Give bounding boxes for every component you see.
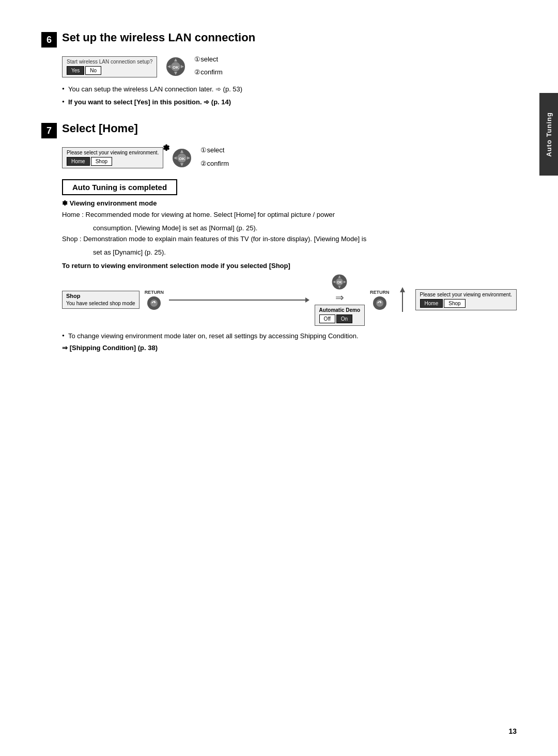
lan-dialog-buttons: Yes No: [67, 66, 152, 75]
arrow-down-1: ⇒: [335, 292, 344, 303]
arrow-right-1: [169, 297, 309, 303]
section-6: 6 Set up the wireless LAN connection Sta…: [41, 31, 517, 107]
lan-bullet1: You can setup the wireless LAN connectio…: [62, 84, 517, 95]
svg-text:OK: OK: [179, 156, 185, 161]
viewing-dialog-2: Please select your viewing environment. …: [415, 289, 517, 310]
viewing-dialog-2-buttons: Home Shop: [420, 299, 512, 308]
return-button-1: RETURN: [145, 290, 164, 310]
shop-desc-1: Shop : Demonstration mode to explain mai…: [62, 233, 517, 244]
shop-panel-text: You have selected shop mode: [66, 300, 135, 307]
svg-text:OK: OK: [337, 280, 343, 284]
shipping-link: [Shipping Condition] (p. 38): [62, 344, 517, 352]
step-labels-7: ①select ②confirm: [200, 145, 229, 171]
change-env-bullet: To change viewing environment mode later…: [62, 331, 517, 342]
step2-label-6: ②confirm: [194, 67, 223, 77]
lan-bullet2: If you want to select [Yes] in this posi…: [62, 97, 517, 108]
viewing-dialog: Please select your viewing environment. …: [62, 147, 163, 168]
return-flow-diagram: Shop You have selected shop mode RETURN: [62, 274, 517, 326]
svg-point-24: [376, 300, 383, 307]
section-6-header: 6 Set up the wireless LAN connection: [41, 31, 517, 48]
arrow-up-svg: [395, 287, 410, 313]
lan-no-button[interactable]: No: [85, 66, 101, 75]
viewing-mode-title: Viewing environment mode: [62, 199, 517, 207]
step1-label-6: ①select: [194, 54, 223, 65]
remote-circle-6: OK: [165, 56, 186, 77]
shop-button-2[interactable]: Shop: [444, 299, 465, 308]
home-button[interactable]: Home: [67, 157, 90, 166]
step2-label-7: ②confirm: [200, 158, 229, 169]
auto-demo-buttons: Off On: [319, 314, 360, 323]
shop-button[interactable]: Shop: [91, 157, 112, 166]
viewing-dialog-2-title: Please select your viewing environment.: [420, 292, 512, 297]
lan-yes-button[interactable]: Yes: [67, 66, 84, 75]
shop-desc-2: set as [Dynamic] (p. 25).: [62, 247, 517, 258]
section-7-header: 7 Select [Home]: [41, 122, 517, 138]
auto-demo-title: Automatic Demo: [319, 307, 360, 313]
lan-dialog-title: Start wireless LAN connection setup?: [67, 59, 152, 65]
section-7-title: Select [Home]: [62, 122, 138, 135]
svg-text:OK: OK: [173, 65, 179, 70]
svg-marker-26: [400, 287, 405, 292]
shop-panel: Shop You have selected shop mode: [62, 291, 140, 309]
step-labels-6: ①select ②confirm: [194, 54, 223, 80]
step1-label-7: ①select: [200, 145, 229, 155]
middle-flow: OK ⇒ Automatic Demo Off: [315, 274, 365, 326]
section-7-ui-row: ✽ Please select your viewing environment…: [62, 145, 517, 171]
home-button-2[interactable]: Home: [420, 299, 443, 308]
return-button-2: RETURN: [370, 290, 390, 310]
section-6-title: Set up the wireless LAN connection: [62, 31, 255, 44]
shop-panel-title: Shop: [66, 293, 135, 299]
arrow-up-container: [395, 287, 410, 313]
home-desc-1: Home : Recommended mode for viewing at h…: [62, 209, 517, 220]
section-6-ui-row: Start wireless LAN connection setup? Yes…: [62, 54, 517, 80]
remote-circle-7: OK: [172, 148, 192, 168]
section-7-number: 7: [41, 123, 57, 138]
auto-tuning-completed-box: Auto Tuning is completed: [62, 179, 177, 195]
lan-dialog-box: Start wireless LAN connection setup? Yes…: [62, 56, 157, 77]
remote-circle-return: OK: [331, 274, 348, 290]
page-container: Auto Tuning 6 Set up the wireless LAN co…: [0, 0, 558, 756]
home-desc-2: consumption. [Viewing Mode] is set as [N…: [62, 223, 517, 233]
section-6-body: Start wireless LAN connection setup? Yes…: [41, 54, 517, 107]
return-label-2: RETURN: [370, 290, 390, 295]
auto-demo-box: Automatic Demo Off On: [315, 305, 365, 326]
section-7-body: ✽ Please select your viewing environment…: [41, 145, 517, 351]
side-label: Auto Tuning: [539, 93, 558, 176]
return-title: To return to viewing environment selecti…: [62, 262, 517, 270]
viewing-dialog-buttons: Home Shop: [67, 157, 159, 166]
svg-point-15: [150, 300, 158, 307]
auto-demo-on[interactable]: On: [336, 314, 352, 323]
section-6-number: 6: [41, 32, 57, 48]
return-label-1: RETURN: [145, 290, 164, 295]
section-7: 7 Select [Home] ✽ Please select your vie…: [41, 122, 517, 351]
return-flow-2: RETURN: [370, 290, 390, 310]
auto-demo-off[interactable]: Off: [319, 314, 335, 323]
viewing-dialog-title: Please select your viewing environment.: [67, 150, 159, 155]
page-number: 13: [508, 727, 517, 735]
side-label-text: Auto Tuning: [545, 112, 553, 157]
